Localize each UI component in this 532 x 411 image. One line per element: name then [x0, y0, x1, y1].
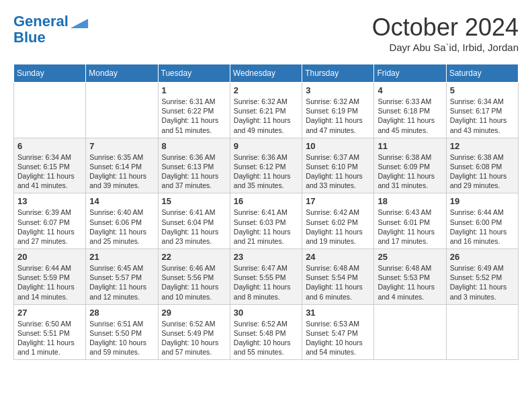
calendar-cell: 16Sunrise: 6:41 AM Sunset: 6:03 PM Dayli… — [230, 193, 302, 249]
calendar-cell: 19Sunrise: 6:44 AM Sunset: 6:00 PM Dayli… — [446, 193, 518, 249]
calendar-cell: 9Sunrise: 6:36 AM Sunset: 6:12 PM Daylig… — [230, 138, 302, 193]
day-info: Sunrise: 6:34 AM Sunset: 6:17 PM Dayligh… — [450, 97, 515, 135]
calendar-cell — [446, 304, 518, 360]
calendar-cell: 7Sunrise: 6:35 AM Sunset: 6:14 PM Daylig… — [86, 138, 158, 193]
calendar-cell: 27Sunrise: 6:50 AM Sunset: 5:51 PM Dayli… — [14, 304, 86, 360]
month-title: October 2024 — [372, 13, 519, 42]
day-number: 9 — [234, 141, 298, 151]
day-number: 13 — [17, 196, 82, 206]
day-info: Sunrise: 6:32 AM Sunset: 6:21 PM Dayligh… — [234, 97, 298, 135]
calendar-cell: 22Sunrise: 6:46 AM Sunset: 5:56 PM Dayli… — [158, 249, 230, 305]
day-number: 11 — [378, 141, 442, 151]
day-info: Sunrise: 6:52 AM Sunset: 5:49 PM Dayligh… — [162, 319, 226, 357]
calendar-cell: 30Sunrise: 6:52 AM Sunset: 5:48 PM Dayli… — [230, 304, 302, 360]
day-number: 8 — [162, 141, 226, 151]
day-info: Sunrise: 6:52 AM Sunset: 5:48 PM Dayligh… — [234, 319, 298, 357]
day-info: Sunrise: 6:45 AM Sunset: 5:57 PM Dayligh… — [89, 263, 154, 302]
day-number: 30 — [234, 308, 298, 318]
day-number: 7 — [89, 141, 154, 151]
day-info: Sunrise: 6:41 AM Sunset: 6:03 PM Dayligh… — [234, 208, 298, 246]
day-info: Sunrise: 6:46 AM Sunset: 5:56 PM Dayligh… — [162, 263, 226, 302]
calendar-cell: 4Sunrise: 6:33 AM Sunset: 6:18 PM Daylig… — [374, 83, 446, 138]
day-info: Sunrise: 6:38 AM Sunset: 6:09 PM Dayligh… — [378, 152, 442, 191]
location: Dayr Abu Sa`id, Irbid, Jordan — [372, 42, 519, 53]
day-number: 27 — [17, 308, 82, 318]
day-info: Sunrise: 6:50 AM Sunset: 5:51 PM Dayligh… — [17, 319, 82, 357]
day-number: 22 — [162, 252, 226, 262]
day-info: Sunrise: 6:53 AM Sunset: 5:47 PM Dayligh… — [306, 319, 370, 357]
page-header: GeneralBlue October 2024 Dayr Abu Sa`id,… — [13, 13, 519, 53]
weekday-header-monday: Monday — [86, 64, 158, 83]
day-number: 28 — [89, 308, 154, 318]
calendar-cell: 1Sunrise: 6:31 AM Sunset: 6:22 PM Daylig… — [158, 83, 230, 138]
calendar-cell: 21Sunrise: 6:45 AM Sunset: 5:57 PM Dayli… — [86, 249, 158, 305]
day-number: 10 — [306, 141, 370, 151]
day-info: Sunrise: 6:37 AM Sunset: 6:10 PM Dayligh… — [306, 152, 370, 191]
calendar-cell: 20Sunrise: 6:44 AM Sunset: 5:59 PM Dayli… — [14, 249, 86, 305]
calendar-cell: 11Sunrise: 6:38 AM Sunset: 6:09 PM Dayli… — [374, 138, 446, 193]
day-number: 17 — [306, 196, 370, 206]
day-info: Sunrise: 6:41 AM Sunset: 6:04 PM Dayligh… — [162, 208, 226, 246]
day-number: 20 — [17, 252, 82, 262]
calendar-cell: 2Sunrise: 6:32 AM Sunset: 6:21 PM Daylig… — [230, 83, 302, 138]
calendar-cell — [14, 83, 86, 138]
logo-text: GeneralBlue — [13, 13, 69, 46]
calendar-cell: 8Sunrise: 6:36 AM Sunset: 6:13 PM Daylig… — [158, 138, 230, 193]
day-number: 25 — [378, 252, 442, 262]
day-number: 1 — [162, 85, 226, 95]
calendar-table: SundayMondayTuesdayWednesdayThursdayFrid… — [13, 64, 519, 360]
calendar-cell: 17Sunrise: 6:42 AM Sunset: 6:02 PM Dayli… — [302, 193, 374, 249]
day-info: Sunrise: 6:33 AM Sunset: 6:18 PM Dayligh… — [378, 97, 442, 135]
day-number: 6 — [17, 141, 82, 151]
day-info: Sunrise: 6:39 AM Sunset: 6:07 PM Dayligh… — [17, 208, 82, 246]
day-number: 29 — [162, 308, 226, 318]
day-info: Sunrise: 6:49 AM Sunset: 5:52 PM Dayligh… — [450, 263, 515, 302]
day-info: Sunrise: 6:34 AM Sunset: 6:15 PM Dayligh… — [17, 152, 82, 191]
day-number: 21 — [89, 252, 154, 262]
day-number: 15 — [162, 196, 226, 206]
day-number: 12 — [450, 141, 515, 151]
day-info: Sunrise: 6:36 AM Sunset: 6:12 PM Dayligh… — [234, 152, 298, 191]
weekday-header-friday: Friday — [374, 64, 446, 83]
logo-icon — [70, 19, 89, 28]
calendar-cell: 18Sunrise: 6:43 AM Sunset: 6:01 PM Dayli… — [374, 193, 446, 249]
calendar-cell: 28Sunrise: 6:51 AM Sunset: 5:50 PM Dayli… — [86, 304, 158, 360]
day-info: Sunrise: 6:40 AM Sunset: 6:06 PM Dayligh… — [89, 208, 154, 246]
title-block: October 2024 Dayr Abu Sa`id, Irbid, Jord… — [372, 13, 519, 53]
day-info: Sunrise: 6:44 AM Sunset: 6:00 PM Dayligh… — [450, 208, 515, 246]
day-number: 24 — [306, 252, 370, 262]
day-info: Sunrise: 6:35 AM Sunset: 6:14 PM Dayligh… — [89, 152, 154, 191]
weekday-header-saturday: Saturday — [446, 64, 518, 83]
calendar-cell — [86, 83, 158, 138]
day-info: Sunrise: 6:32 AM Sunset: 6:19 PM Dayligh… — [306, 97, 370, 135]
day-info: Sunrise: 6:42 AM Sunset: 6:02 PM Dayligh… — [306, 208, 370, 246]
day-info: Sunrise: 6:51 AM Sunset: 5:50 PM Dayligh… — [89, 319, 154, 357]
calendar-cell: 15Sunrise: 6:41 AM Sunset: 6:04 PM Dayli… — [158, 193, 230, 249]
calendar-cell: 12Sunrise: 6:38 AM Sunset: 6:08 PM Dayli… — [446, 138, 518, 193]
day-number: 2 — [234, 85, 298, 95]
calendar-cell: 3Sunrise: 6:32 AM Sunset: 6:19 PM Daylig… — [302, 83, 374, 138]
weekday-header-wednesday: Wednesday — [230, 64, 302, 83]
day-info: Sunrise: 6:47 AM Sunset: 5:55 PM Dayligh… — [234, 263, 298, 302]
weekday-header-tuesday: Tuesday — [158, 64, 230, 83]
day-number: 5 — [450, 85, 515, 95]
calendar-cell: 24Sunrise: 6:48 AM Sunset: 5:54 PM Dayli… — [302, 249, 374, 305]
day-number: 31 — [306, 308, 370, 318]
day-info: Sunrise: 6:48 AM Sunset: 5:53 PM Dayligh… — [378, 263, 442, 302]
day-number: 16 — [234, 196, 298, 206]
day-info: Sunrise: 6:43 AM Sunset: 6:01 PM Dayligh… — [378, 208, 442, 246]
calendar-cell: 25Sunrise: 6:48 AM Sunset: 5:53 PM Dayli… — [374, 249, 446, 305]
calendar-cell: 6Sunrise: 6:34 AM Sunset: 6:15 PM Daylig… — [14, 138, 86, 193]
day-number: 19 — [450, 196, 515, 206]
calendar-cell: 13Sunrise: 6:39 AM Sunset: 6:07 PM Dayli… — [14, 193, 86, 249]
calendar-cell — [374, 304, 446, 360]
day-number: 14 — [89, 196, 154, 206]
day-number: 3 — [306, 85, 370, 95]
day-info: Sunrise: 6:44 AM Sunset: 5:59 PM Dayligh… — [17, 263, 82, 302]
day-info: Sunrise: 6:36 AM Sunset: 6:13 PM Dayligh… — [162, 152, 226, 191]
calendar-cell: 31Sunrise: 6:53 AM Sunset: 5:47 PM Dayli… — [302, 304, 374, 360]
calendar-cell: 23Sunrise: 6:47 AM Sunset: 5:55 PM Dayli… — [230, 249, 302, 305]
weekday-header-thursday: Thursday — [302, 64, 374, 83]
logo: GeneralBlue — [13, 13, 89, 46]
day-info: Sunrise: 6:48 AM Sunset: 5:54 PM Dayligh… — [306, 263, 370, 302]
